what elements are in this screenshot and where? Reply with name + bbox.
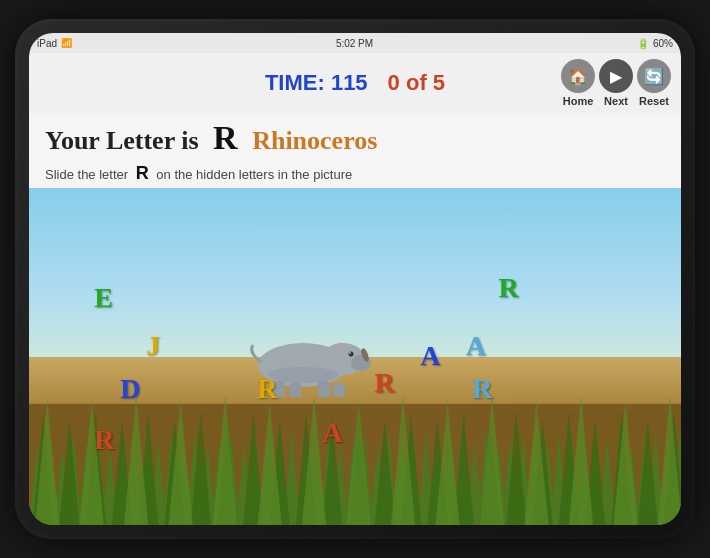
animal-name-display: Rhinoceros: [252, 126, 377, 155]
reset-label: Reset: [639, 95, 669, 107]
game-letter-9[interactable]: A: [466, 330, 486, 362]
instruction-bar: Slide the letter R on the hidden letters…: [29, 161, 681, 188]
device-label: iPad: [37, 38, 57, 49]
score-display: 0 of 5: [388, 70, 445, 96]
game-letter-8[interactable]: R: [498, 272, 518, 304]
game-letter-6[interactable]: R: [375, 367, 395, 399]
svg-rect-11: [333, 383, 345, 397]
svg-rect-9: [289, 383, 301, 397]
wifi-icon: 📶: [61, 38, 72, 48]
status-bar: iPad 📶 5:02 PM 🔋 60%: [29, 33, 681, 53]
game-letter-2[interactable]: D: [120, 373, 140, 405]
svg-point-7: [338, 344, 344, 349]
game-letter-0[interactable]: E: [94, 282, 113, 314]
next-button[interactable]: ▶ Next: [599, 59, 633, 107]
home-button[interactable]: 🏠 Home: [561, 59, 595, 107]
tablet-frame: iPad 📶 5:02 PM 🔋 60% TIME: 115 0 of 5 🏠 …: [15, 19, 695, 539]
svg-point-5: [349, 352, 351, 354]
tablet-screen: iPad 📶 5:02 PM 🔋 60% TIME: 115 0 of 5 🏠 …: [29, 33, 681, 525]
instruction-letter: R: [136, 163, 149, 183]
game-letter-5[interactable]: A: [322, 417, 342, 449]
nav-buttons: 🏠 Home ▶ Next 🔄 Reset: [561, 59, 671, 107]
svg-rect-10: [318, 381, 330, 397]
timer-display: TIME: 115: [265, 70, 368, 96]
top-bar: TIME: 115 0 of 5 🏠 Home ▶ Next 🔄 Reset: [29, 53, 681, 113]
home-label: Home: [563, 95, 594, 107]
reset-button[interactable]: 🔄 Reset: [637, 59, 671, 107]
battery-level: 60%: [653, 38, 673, 49]
reset-icon: 🔄: [637, 59, 671, 93]
game-letter-7[interactable]: A: [420, 340, 440, 372]
letter-prefix: Your Letter is: [45, 126, 199, 155]
time-display: 5:02 PM: [336, 38, 373, 49]
game-area: EJDRRARARAR: [29, 188, 681, 525]
game-letter-10[interactable]: R: [472, 373, 492, 405]
svg-point-12: [268, 367, 338, 383]
game-letter-1[interactable]: J: [146, 330, 160, 362]
battery-icon: 🔋: [637, 38, 649, 49]
instruction-text2: on the hidden letters in the picture: [156, 167, 352, 182]
letter-header: Your Letter is R Rhinoceros: [29, 113, 681, 161]
target-letter-display: R: [213, 119, 238, 156]
home-icon: 🏠: [561, 59, 595, 93]
game-letter-3[interactable]: R: [94, 424, 114, 456]
rhino-image: [233, 307, 373, 397]
instruction-text1: Slide the letter: [45, 167, 128, 182]
svg-point-4: [348, 351, 353, 356]
next-label: Next: [604, 95, 628, 107]
letter-title: Your Letter is R Rhinoceros: [45, 126, 377, 155]
next-icon: ▶: [599, 59, 633, 93]
timer-score-area: TIME: 115 0 of 5: [149, 70, 561, 96]
game-letter-4[interactable]: R: [257, 373, 277, 405]
